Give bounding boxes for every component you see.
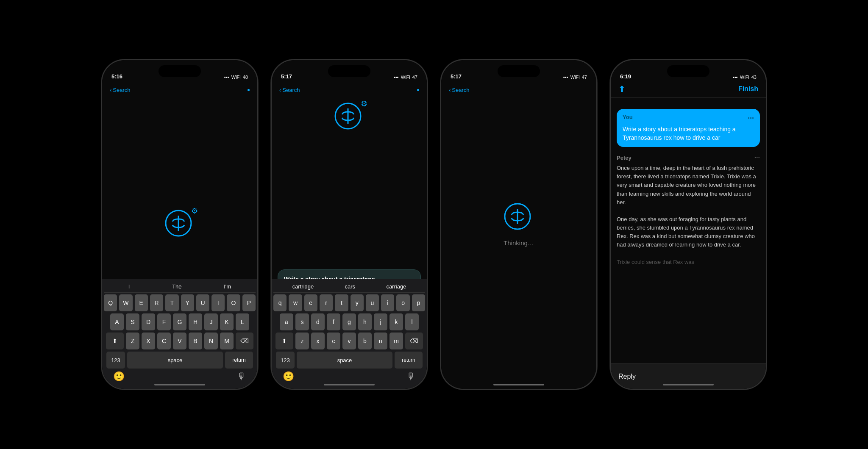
key-H[interactable]: H [189, 313, 202, 330]
signal-icon-3: ▪▪▪ [563, 75, 568, 80]
key-r[interactable]: r [320, 294, 333, 311]
key-V[interactable]: V [173, 333, 186, 349]
key-f[interactable]: f [327, 313, 340, 330]
key-Y[interactable]: Y [181, 294, 194, 311]
key-s[interactable]: s [295, 313, 309, 330]
key-I[interactable]: I [211, 294, 225, 311]
key-q[interactable]: q [273, 294, 287, 311]
key-y[interactable]: y [351, 294, 364, 311]
keyboard-row-1-0: Q W E R T Y U I O P [104, 294, 256, 311]
key-o[interactable]: o [396, 294, 409, 311]
key-return-1[interactable]: return [225, 352, 253, 369]
key-p[interactable]: p [412, 294, 425, 311]
key-g[interactable]: g [342, 313, 356, 330]
key-n[interactable]: n [374, 333, 387, 349]
home-indicator-1 [154, 384, 205, 385]
suggestion-1-0[interactable]: I [128, 283, 130, 290]
key-delete-2[interactable]: ⌫ [405, 333, 423, 349]
key-l[interactable]: l [405, 313, 419, 330]
key-t[interactable]: t [335, 294, 348, 311]
wifi-icon-2: WiFi [401, 75, 410, 80]
finish-button-4[interactable]: Finish [738, 85, 758, 93]
nav-icons-1 [248, 89, 250, 91]
logo-svg-3 [504, 203, 531, 230]
emoji-icon-2[interactable]: 🙂 [283, 371, 294, 382]
key-C[interactable]: C [157, 333, 171, 349]
key-delete[interactable]: ⌫ [236, 333, 253, 349]
key-J[interactable]: J [204, 313, 218, 330]
nav-bar-3: ‹ Search [441, 82, 596, 97]
key-N[interactable]: N [204, 333, 218, 349]
key-S[interactable]: S [126, 313, 139, 330]
key-z[interactable]: z [295, 333, 309, 349]
key-O[interactable]: O [227, 294, 240, 311]
home-indicator-4 [663, 384, 714, 385]
back-button-2[interactable]: ‹ Search [279, 87, 300, 93]
chevron-left-icon: ‹ [110, 87, 111, 93]
key-T[interactable]: T [165, 294, 178, 311]
key-Z[interactable]: Z [126, 333, 139, 349]
key-a[interactable]: a [280, 313, 293, 330]
phone-1: 5:16 ▪▪▪ WiFi 48 ‹ Search [101, 59, 258, 390]
key-d[interactable]: d [311, 313, 325, 330]
key-E[interactable]: E [135, 294, 148, 311]
nav-dot-1 [248, 89, 250, 91]
key-m[interactable]: m [389, 333, 403, 349]
key-K[interactable]: K [220, 313, 234, 330]
key-123-2[interactable]: 123 [276, 352, 295, 369]
suggestion-1-1[interactable]: The [172, 283, 181, 290]
key-G[interactable]: G [173, 313, 186, 330]
suggestion-2-2[interactable]: carriage [386, 283, 406, 290]
suggestion-2-1[interactable]: cars [345, 283, 356, 290]
mic-icon-1[interactable]: 🎙 [237, 371, 246, 382]
user-dots-4[interactable]: ··· [748, 114, 754, 123]
key-i[interactable]: i [381, 294, 394, 311]
keyboard-2[interactable]: cartridge cars carriage q w e r t y u i … [272, 279, 427, 389]
key-M[interactable]: M [220, 333, 234, 349]
key-e[interactable]: e [304, 294, 317, 311]
key-X[interactable]: X [142, 333, 155, 349]
ai-dots-4[interactable]: ··· [754, 154, 760, 161]
key-123-1[interactable]: 123 [106, 352, 125, 369]
key-return-2[interactable]: return [395, 352, 423, 369]
back-label-1: Search [113, 87, 130, 93]
key-W[interactable]: W [119, 294, 132, 311]
key-space-1[interactable]: space [127, 352, 223, 369]
key-U[interactable]: U [196, 294, 209, 311]
key-j[interactable]: j [374, 313, 387, 330]
key-c[interactable]: c [327, 333, 340, 349]
key-h[interactable]: h [358, 313, 372, 330]
battery-icon-4: 43 [751, 75, 757, 80]
key-L[interactable]: L [236, 313, 249, 330]
key-D[interactable]: D [142, 313, 155, 330]
key-w[interactable]: w [289, 294, 302, 311]
key-u[interactable]: u [366, 294, 379, 311]
home-indicator-2 [324, 384, 375, 385]
suggestion-2-0[interactable]: cartridge [292, 283, 314, 290]
key-P[interactable]: P [242, 294, 256, 311]
back-button-3[interactable]: ‹ Search [449, 87, 470, 93]
key-F[interactable]: F [157, 313, 171, 330]
key-x[interactable]: x [311, 333, 325, 349]
key-shift[interactable]: ⬆ [106, 333, 124, 349]
wifi-icon: WiFi [231, 75, 241, 80]
logo-svg-2 [334, 103, 362, 130]
key-k[interactable]: k [389, 313, 403, 330]
wifi-icon-3: WiFi [570, 75, 580, 80]
back-button-1[interactable]: ‹ Search [110, 87, 131, 93]
key-R[interactable]: R [150, 294, 163, 311]
key-shift-2[interactable]: ⬆ [275, 333, 293, 349]
suggestion-1-2[interactable]: I'm [224, 283, 231, 290]
key-v[interactable]: v [342, 333, 356, 349]
conv-header-4: ⬆ Finish [611, 82, 766, 98]
key-A[interactable]: A [110, 313, 124, 330]
keyboard-row-2-1: a s d f g h j k l [273, 313, 425, 330]
share-icon-4[interactable]: ⬆ [618, 84, 626, 94]
key-b[interactable]: b [358, 333, 372, 349]
key-space-2[interactable]: space [297, 352, 392, 369]
key-Q[interactable]: Q [104, 294, 117, 311]
keyboard-1[interactable]: I The I'm Q W E R T Y U I O P A S D F [102, 279, 257, 389]
key-B[interactable]: B [189, 333, 202, 349]
emoji-icon-1[interactable]: 🙂 [113, 371, 125, 382]
mic-icon-2[interactable]: 🎙 [406, 371, 416, 382]
